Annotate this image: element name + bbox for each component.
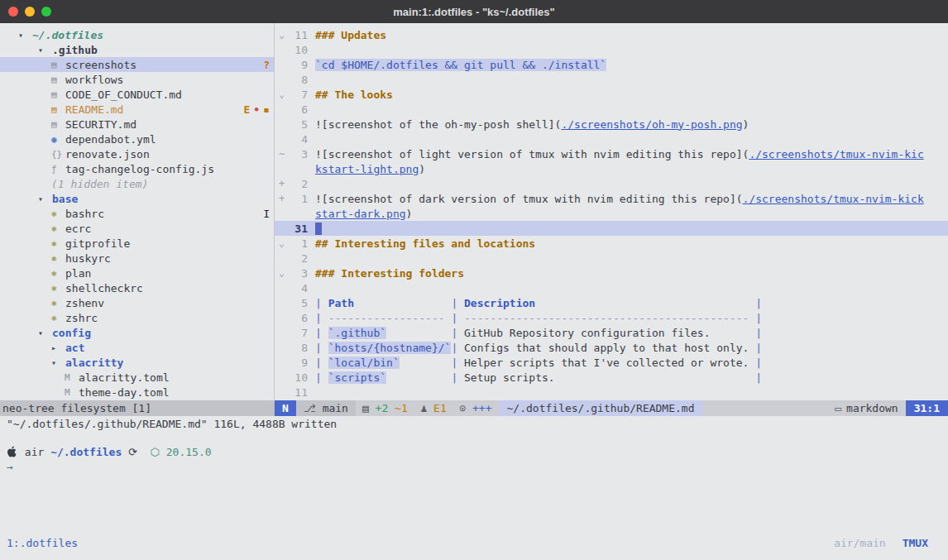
- tree-item[interactable]: ✱ecrc: [0, 221, 274, 236]
- editor-line[interactable]: 31: [275, 221, 948, 236]
- tree-item[interactable]: ✱shellcheckrc: [0, 280, 274, 295]
- zoom-button[interactable]: [41, 7, 51, 17]
- text-segment: [555, 371, 756, 384]
- close-button[interactable]: [8, 7, 18, 17]
- tmux-window-tab[interactable]: 1:.dotfiles: [7, 537, 78, 549]
- tree-item[interactable]: ▸act: [0, 340, 274, 355]
- text-segment: |: [451, 327, 464, 339]
- tree-item[interactable]: (1 hidden item): [0, 176, 274, 191]
- editor-line[interactable]: ⌄1## Interesting files and locations: [275, 236, 948, 251]
- tree-item-badges: ?: [263, 59, 274, 71]
- editor-line[interactable]: 9| `local/bin` | Helper scripts that I'v…: [275, 355, 948, 370]
- tree-item[interactable]: ▤README.mdE•▪: [0, 102, 274, 117]
- editor-line[interactable]: 4: [275, 132, 948, 146]
- editor-line[interactable]: 6| ------------------ | ----------------…: [275, 310, 948, 325]
- text-segment: ![screenshot of the oh-my-posh shell](: [315, 118, 561, 131]
- line-number: 2: [288, 252, 308, 265]
- line-number: 8: [288, 74, 308, 86]
- js-icon: ƒ: [51, 164, 65, 175]
- text-segment: |: [451, 342, 464, 354]
- tree-item-label: alacritty: [65, 357, 123, 369]
- prompt-segment: air: [18, 446, 50, 458]
- shell-file-icon: ✱: [51, 223, 65, 234]
- tree-item-label: ecrc: [65, 223, 91, 235]
- text-segment: Configs that should apply to that host o…: [464, 342, 749, 354]
- status-badge: E: [244, 103, 251, 116]
- editor-line[interactable]: ⌄11### Updates: [275, 27, 948, 42]
- editor-line[interactable]: 5| Path | Description |: [275, 295, 948, 310]
- shell-input-line[interactable]: →: [7, 459, 941, 474]
- tree-item[interactable]: ✱gitprofile: [0, 236, 274, 251]
- statusline-segment-text: +2: [376, 402, 395, 414]
- text-segment: |: [315, 342, 328, 354]
- editor-line[interactable]: 7| `.github` | GitHub Repository configu…: [275, 325, 948, 340]
- editor-line[interactable]: 2: [275, 251, 948, 266]
- tree-item[interactable]: ▤screenshots?: [0, 57, 274, 72]
- editor-line[interactable]: 6: [275, 102, 948, 117]
- tree-item[interactable]: ▤workflows: [0, 72, 274, 87]
- shell-file-icon: ✱: [51, 268, 65, 279]
- text-segment: start-dark.png: [315, 208, 406, 220]
- editor-line[interactable]: 8| `hosts/{hostname}/`| Configs that sho…: [275, 340, 948, 355]
- tree-item[interactable]: ▤SECURITY.md: [0, 117, 274, 132]
- vim-statusline: N ⎇ main ▤ +2 ~1 ♟ E1 ⊙ +++ ~/.dotfiles/…: [275, 400, 948, 416]
- tree-item-label: workflows: [65, 74, 123, 86]
- markdown-file-icon: ▤: [51, 119, 65, 130]
- line-number: 1: [288, 193, 308, 205]
- tree-item[interactable]: ▾base: [0, 191, 274, 206]
- editor-line[interactable]: kstart-light.png): [275, 161, 948, 176]
- text-segment: ## The looks: [315, 89, 393, 101]
- editor-line[interactable]: 10| `scripts` | Setup scripts. |: [275, 370, 948, 385]
- text-segment: `scripts`: [328, 371, 386, 384]
- line-number: 6: [288, 312, 308, 324]
- editor-line[interactable]: +1![screenshot of dark version of tmux w…: [275, 191, 948, 206]
- tree-item[interactable]: ▾config: [0, 325, 274, 340]
- markdown-file-icon: ▤: [51, 89, 65, 100]
- text-segment: ### Interesting folders: [315, 267, 464, 280]
- window-title: main:1:.dotfiles - "ks~/.dotfiles": [393, 6, 554, 18]
- json-icon: {}: [51, 149, 65, 160]
- shell-file-icon: ✱: [51, 208, 65, 219]
- editor-line[interactable]: 4: [275, 280, 948, 295]
- line-number: 9: [288, 357, 308, 369]
- text-segment: |: [315, 371, 328, 384]
- editor-line[interactable]: ⌄7## The looks: [275, 87, 948, 102]
- tree-item[interactable]: ▤CODE_OF_CONDUCT.md: [0, 87, 274, 102]
- editor-line[interactable]: ⌄3### Interesting folders: [275, 266, 948, 280]
- fold-marker: ⌄: [275, 89, 288, 100]
- tree-item[interactable]: ◉dependabot.yml: [0, 132, 274, 146]
- editor-line[interactable]: +2: [275, 176, 948, 191]
- tree-item[interactable]: ▾~/.dotfiles: [0, 27, 274, 42]
- editor-line[interactable]: 11: [275, 385, 948, 400]
- folder-icon: ▤: [51, 60, 65, 70]
- editor-line[interactable]: 10: [275, 42, 948, 57]
- editor-line[interactable]: 9`cd $HOME/.dotfiles && git pull && ./in…: [275, 57, 948, 72]
- shell-prompt[interactable]: air ~/.dotfiles ⟳ ⬡ 20.15.0: [7, 444, 941, 459]
- editor-line[interactable]: 5![screenshot of the oh-my-posh shell](.…: [275, 117, 948, 132]
- tree-item-label: CODE_OF_CONDUCT.md: [65, 89, 182, 101]
- tree-item[interactable]: ƒtag-changelog-config.js: [0, 161, 274, 176]
- text-segment: |: [755, 342, 762, 354]
- tree-item[interactable]: ✱zshenv: [0, 295, 274, 310]
- text-segment: ): [406, 208, 413, 220]
- tree-item[interactable]: Malacritty.toml: [0, 370, 274, 385]
- editor-line[interactable]: ~3![screenshot of light version of tmux …: [275, 146, 948, 161]
- line-number: 9: [288, 59, 308, 71]
- tree-item[interactable]: ▾.github: [0, 42, 274, 57]
- tree-item[interactable]: ✱bashrcI: [0, 206, 274, 221]
- tree-item[interactable]: ✱huskyrc: [0, 251, 274, 266]
- tree-item[interactable]: ✱plan: [0, 266, 274, 280]
- tree-item[interactable]: ✱zshrc: [0, 310, 274, 325]
- toml-file-icon: M: [65, 372, 79, 383]
- apple-icon: [7, 446, 17, 457]
- status-badge: •: [253, 103, 260, 116]
- minimize-button[interactable]: [25, 7, 35, 17]
- tree-item[interactable]: Mtheme-day.toml: [0, 385, 274, 400]
- editor-line[interactable]: start-dark.png): [275, 206, 948, 221]
- tree-item[interactable]: ▾alacritty: [0, 355, 274, 370]
- fold-marker: ⌄: [275, 267, 288, 279]
- chevron-down-icon: ▾: [38, 45, 52, 55]
- tree-item[interactable]: {}renovate.json: [0, 146, 274, 161]
- tree-item-label: shellcheckrc: [65, 282, 143, 294]
- editor-line[interactable]: 8: [275, 72, 948, 87]
